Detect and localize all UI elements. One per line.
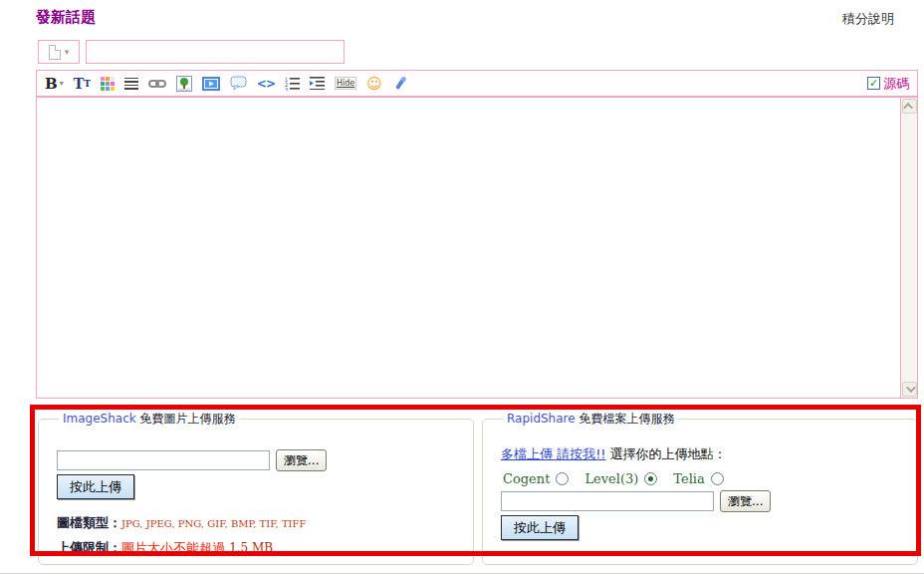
scroll-down-button[interactable] <box>902 382 917 397</box>
filetype-row: 圖檔類型：JPG, JPEG, PNG, GIF, BMP, TIF, TIFF <box>57 514 461 532</box>
mirror-radio-level3[interactable] <box>644 472 657 485</box>
bold-button[interactable]: B▾ <box>45 74 64 94</box>
rapidshare-browse-button[interactable]: 瀏覽... <box>720 490 771 512</box>
smiley-icon: ☺ <box>366 76 382 92</box>
credits-link[interactable]: 積分說明 <box>842 10 894 28</box>
image-icon <box>176 76 192 92</box>
imageshack-browse-button[interactable]: 瀏覽... <box>276 449 327 471</box>
footer-divider <box>0 573 924 574</box>
mirror-label: Cogent <box>503 471 550 486</box>
mirror-radio-row: CogentLevel(3)Telia <box>501 471 905 486</box>
limit-row: 上傳限制：圖片大小不能超過 1.5 MB <box>57 539 461 557</box>
page-title: 發新話題 <box>36 8 96 27</box>
post-new-topic-page: 發新話題 積分說明 ▾ B▾ TT <box>0 0 924 576</box>
tool-button[interactable] <box>392 74 407 94</box>
topic-icon-dropdown[interactable]: ▾ <box>38 40 80 64</box>
align-icon <box>124 78 138 90</box>
mirror-label: Telia <box>673 471 704 486</box>
page-icon <box>49 45 61 60</box>
align-button[interactable] <box>124 74 138 94</box>
multi-upload-link[interactable]: 多檔上傳 請按我!! <box>501 446 606 461</box>
insert-image-button[interactable] <box>176 74 192 94</box>
ordered-list-button[interactable]: 1 2 3 <box>285 74 300 94</box>
code-button[interactable]: <> <box>257 74 275 94</box>
mirror-label: Level(3) <box>584 471 638 486</box>
multi-upload-row: 多檔上傳 請按我!!選擇你的上傳地點： <box>501 445 905 463</box>
imageshack-upload-button[interactable]: 按此上傳 <box>57 474 134 499</box>
filetype-label: 圖檔類型： <box>57 515 121 530</box>
mirror-radio-telia[interactable] <box>711 472 724 485</box>
ordered-list-icon: 1 2 3 <box>285 77 300 91</box>
quote-button[interactable] <box>230 74 247 94</box>
chevron-down-icon: ▾ <box>65 47 70 57</box>
editor-textarea[interactable] <box>36 97 918 399</box>
limit-value: 圖片大小不能超過 <box>121 540 225 555</box>
rapidshare-panel: RapidShare 免費檔案上傳服務 多檔上傳 請按我!!選擇你的上傳地點： … <box>482 411 918 565</box>
svg-text:3: 3 <box>285 87 288 91</box>
link-button[interactable] <box>148 74 166 94</box>
limit-label: 上傳限制： <box>57 540 121 555</box>
hide-button[interactable]: Hide <box>335 74 356 94</box>
smiley-button[interactable]: ☺ <box>366 74 382 94</box>
indent-icon <box>310 77 325 90</box>
rapidshare-upload-button[interactable]: 按此上傳 <box>501 515 578 540</box>
limit-size: 1.5 MB <box>229 541 273 555</box>
video-icon <box>202 77 220 91</box>
chevron-down-icon: ▾ <box>60 79 64 88</box>
mirror-radio-cogent[interactable] <box>556 472 569 485</box>
chevron-down-icon <box>906 383 916 393</box>
font-size-button[interactable]: TT <box>74 74 91 94</box>
scroll-up-button[interactable] <box>902 99 917 114</box>
rapidshare-file-input[interactable] <box>501 491 714 511</box>
tool-icon <box>392 76 407 92</box>
choose-mirror-label: 選擇你的上傳地點： <box>610 446 727 461</box>
editor-scrollbar[interactable] <box>900 98 917 398</box>
link-icon <box>148 78 166 90</box>
chevron-up-icon <box>903 103 913 113</box>
indent-button[interactable] <box>310 74 325 94</box>
source-label: 源碼 <box>883 75 909 93</box>
check-icon: ✓ <box>869 78 878 89</box>
source-checkbox[interactable]: ✓ <box>867 77 880 90</box>
font-color-button[interactable] <box>101 74 115 94</box>
rapidshare-legend: RapidShare 免費檔案上傳服務 <box>503 411 678 428</box>
bold-icon: B <box>45 75 58 93</box>
imageshack-panel: ImageShack 免費圖片上傳服務 瀏覽... 按此上傳 圖檔類型：JPG,… <box>38 411 474 565</box>
code-icon: <> <box>257 77 275 91</box>
quote-icon <box>230 76 247 91</box>
color-palette-icon <box>101 77 115 91</box>
hide-icon: Hide <box>335 77 356 90</box>
topic-title-input[interactable] <box>86 40 345 64</box>
imageshack-legend: ImageShack 免費圖片上傳服務 <box>59 411 240 428</box>
insert-video-button[interactable] <box>202 74 220 94</box>
imageshack-file-input[interactable] <box>57 450 270 470</box>
filetype-value: JPG, JPEG, PNG, GIF, BMP, TIF, TIFF <box>121 518 306 529</box>
editor-toolbar: B▾ TT <box>36 70 918 97</box>
